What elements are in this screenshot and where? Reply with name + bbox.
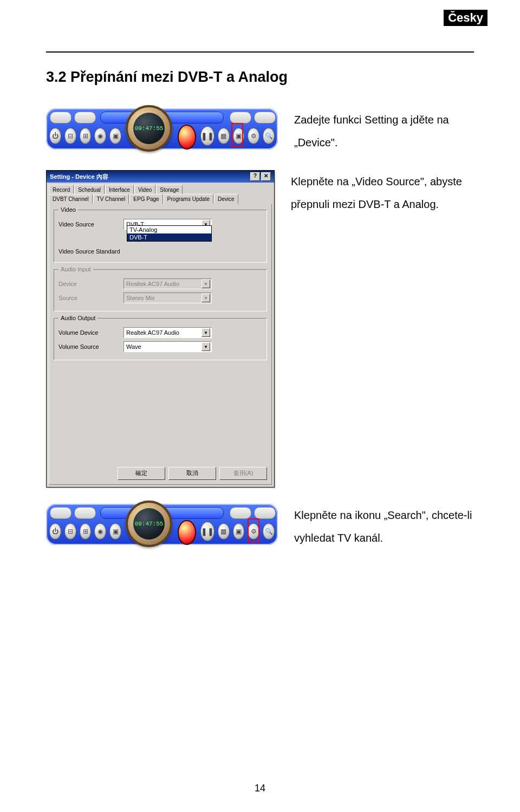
player-button[interactable]: ⊟	[64, 128, 76, 144]
label-video-source: Video Source	[58, 221, 123, 228]
player-top-btn[interactable]	[74, 507, 96, 519]
player-dial[interactable]: 09:47:55	[126, 501, 172, 547]
dialog-title: Setting - Device 內容	[50, 173, 108, 181]
player-time: 09:47:55	[133, 113, 165, 144]
volume-source-value: Wave	[126, 343, 141, 350]
player-top-btn[interactable]	[50, 507, 72, 519]
chevron-down-icon: ▼	[202, 280, 210, 288]
close-icon[interactable]: ✕	[261, 172, 271, 181]
instruction-text: Klepněte na „Video Source", abyste	[291, 176, 462, 187]
player-top-btn[interactable]	[230, 112, 251, 124]
cancel-button[interactable]: 取消	[168, 467, 216, 480]
dropdown-item-analog[interactable]: TV-Analog	[127, 226, 211, 233]
label-video-source-standard: Video Source Standard	[58, 248, 123, 255]
player-button[interactable]: ▣	[109, 128, 121, 144]
label-volume-source: Volume Source	[58, 343, 123, 350]
tab-dvbt-channel[interactable]: DVBT Channel	[49, 194, 93, 204]
tab-interface[interactable]: Interface	[105, 185, 134, 194]
record-button[interactable]	[178, 125, 196, 150]
player-top-btn[interactable]	[74, 112, 96, 124]
group-audio-input-title: Audio Input	[58, 266, 93, 272]
player-top-btn[interactable]	[50, 112, 72, 124]
settings-icon[interactable]: ⚙	[248, 128, 259, 144]
header-divider	[46, 51, 474, 53]
tab-storage[interactable]: Storage	[156, 185, 183, 194]
player-button[interactable]: ⊞	[80, 523, 92, 540]
volume-device-combo[interactable]: Realtek AC97 Audio ▼	[123, 327, 212, 338]
label-volume-device: Volume Device	[58, 329, 123, 336]
dialog-titlebar: Setting - Device 內容 ? ✕	[47, 171, 274, 183]
instruction-text: přepnuli mezi DVB-T a Analog.	[291, 198, 439, 210]
record-button[interactable]	[178, 520, 196, 545]
player-button[interactable]: ⊟	[64, 523, 76, 540]
chevron-down-icon[interactable]: ▼	[202, 328, 210, 337]
player-bar-2: ⏻ ⊟ ⊞ ◉ ▣ 09:47:55 ❚❚ ▦ ▣ ⚙ 🔍	[46, 504, 278, 545]
power-icon[interactable]: ⏻	[49, 128, 61, 144]
tab-device[interactable]: Device	[214, 194, 238, 204]
settings-dialog: Setting - Device 內容 ? ✕ Record Schedual …	[46, 170, 275, 488]
section-heading: 3.2 Přepínání mezi DVB-T a Analog	[46, 69, 474, 86]
player-time: 09:47:55	[133, 508, 165, 540]
player-button[interactable]: ▣	[233, 128, 245, 144]
instruction-text: „Device".	[294, 137, 337, 148]
chevron-down-icon[interactable]: ▼	[202, 342, 210, 351]
chevron-down-icon: ▼	[202, 294, 210, 302]
camera-icon[interactable]: ◉	[94, 523, 106, 540]
player-button[interactable]: ▦	[218, 128, 230, 144]
audio-source-combo: Stereo Mix ▼	[123, 293, 212, 303]
tab-schedual[interactable]: Schedual	[74, 185, 105, 194]
instruction-text: Zadejte funkci Setting a jděte na	[294, 114, 449, 126]
label-audio-source: Source	[58, 295, 123, 301]
group-audio-output-title: Audio Output	[58, 315, 98, 321]
instruction-text: Klepněte na ikonu „Search", chcete-li	[294, 509, 472, 521]
tab-epg-page[interactable]: EPG Page	[129, 194, 162, 204]
player-button[interactable]: ▣	[233, 523, 245, 540]
language-badge: Česky	[444, 10, 487, 26]
player-dial[interactable]: 09:47:55	[126, 105, 172, 152]
pause-icon[interactable]: ❚❚	[200, 126, 214, 146]
video-source-dropdown[interactable]: TV-Analog DVB-T	[127, 225, 212, 242]
player-button[interactable]: ▣	[109, 523, 121, 540]
search-icon[interactable]: 🔍	[263, 523, 275, 540]
settings-icon[interactable]: ⚙	[248, 523, 259, 540]
player-button[interactable]: ⊞	[80, 128, 92, 144]
volume-device-value: Realtek AC97 Audio	[126, 329, 179, 336]
volume-source-combo[interactable]: Wave ▼	[123, 341, 212, 352]
search-icon[interactable]: 🔍	[263, 128, 275, 144]
tab-record[interactable]: Record	[49, 185, 74, 194]
group-video-title: Video	[58, 206, 78, 213]
ok-button[interactable]: 確定	[118, 467, 165, 480]
player-top-btn[interactable]	[254, 507, 276, 519]
camera-icon[interactable]: ◉	[94, 128, 106, 144]
dropdown-item-dvbt[interactable]: DVB-T	[127, 233, 211, 241]
apply-button: 套用(A)	[219, 467, 267, 480]
instruction-text: vyhledat TV kanál.	[294, 532, 383, 544]
player-top-btn[interactable]	[254, 112, 276, 124]
label-audio-device: Device	[58, 281, 123, 287]
audio-device-combo: Realtek AC97 Audio ▼	[123, 278, 212, 289]
player-bar-1: ⏻ ⊟ ⊞ ◉ ▣ 09:47:55 ❚❚ ▦ ▣ ⚙ 🔍	[46, 108, 278, 150]
tab-programs-update[interactable]: Programs Update	[164, 194, 213, 204]
pause-icon[interactable]: ❚❚	[200, 522, 214, 541]
audio-source-value: Stereo Mix	[126, 295, 155, 301]
tab-tv-channel[interactable]: TV Channel	[93, 194, 129, 204]
audio-device-value: Realtek AC97 Audio	[126, 281, 179, 287]
player-button[interactable]: ▦	[218, 523, 230, 540]
tab-video[interactable]: Video	[134, 185, 155, 194]
help-icon[interactable]: ?	[250, 172, 260, 181]
power-icon[interactable]: ⏻	[49, 523, 61, 540]
page-number: 14	[0, 783, 520, 794]
player-top-btn[interactable]	[230, 507, 251, 519]
